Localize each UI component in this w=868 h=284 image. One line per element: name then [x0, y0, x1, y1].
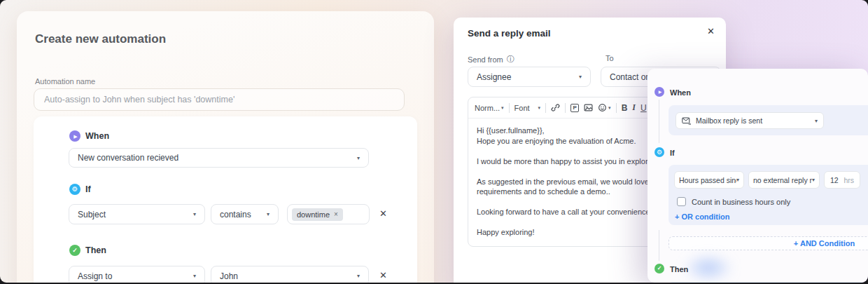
app-background: Create new automation Automation name ▶ …	[0, 0, 868, 283]
then-action-dropdown[interactable]: Assign to ▾	[69, 266, 205, 283]
chevron-down-icon: ▾	[812, 177, 815, 183]
when-trigger-value: Mailbox reply is sent	[696, 116, 762, 125]
underline-button[interactable]: U	[640, 103, 647, 113]
chevron-down-icon: ▾	[357, 155, 360, 161]
flow-connector-line	[659, 100, 659, 143]
add-and-condition-box[interactable]: + AND Condition	[668, 236, 868, 250]
bold-button[interactable]: B	[622, 103, 628, 113]
toolbar-divider	[616, 103, 617, 113]
automation-rules-panel: ▶ When New conversation recieved ▾ ⚙ If …	[34, 116, 417, 283]
image-icon[interactable]	[584, 103, 593, 112]
if-section-label: If	[85, 184, 91, 194]
highlight-glow	[684, 255, 733, 280]
business-hours-checkbox[interactable]	[677, 197, 686, 206]
when-section-label: When	[85, 131, 109, 141]
send-from-label: Send from ⓘ	[468, 54, 514, 65]
emoji-icon[interactable]: ▾	[598, 103, 611, 112]
if-field-dropdown[interactable]: Subject ▾	[69, 204, 205, 224]
send-from-dropdown[interactable]: Assignee ▾	[468, 67, 591, 87]
check-glyph: ✓	[657, 266, 662, 271]
tag-text: downtime	[297, 210, 330, 219]
chevron-down-icon: ▾	[267, 211, 270, 217]
chevron-down-icon: ▾	[501, 105, 504, 111]
send-from-text: Send from	[468, 55, 503, 64]
automation-name-label: Automation name	[35, 77, 95, 86]
toolbar-divider	[545, 103, 546, 113]
chevron-down-icon: ▾	[736, 177, 739, 183]
flow-connector-line	[659, 230, 659, 261]
if-section-label: If	[670, 149, 675, 157]
paragraph-style-dropdown[interactable]: Norm... ▾	[475, 104, 504, 112]
chevron-down-icon: ▾	[538, 105, 541, 111]
dialog-title: Send a reply email	[468, 28, 551, 39]
if-group-box: Hours passed since ▾ no external reply r…	[668, 165, 868, 225]
automation-name-input[interactable]	[34, 88, 405, 111]
hours-value: 12	[830, 176, 839, 184]
if-gear-icon: ⚙	[654, 147, 664, 157]
then-group-box	[667, 282, 868, 283]
if-gear-icon: ⚙	[69, 184, 80, 195]
automation-flow-panel: ▶ When Mailbox reply is sent ▾ ⚙ If Hour…	[648, 69, 868, 283]
info-icon[interactable]: ⓘ	[507, 54, 514, 65]
condition-field-value: Hours passed since	[679, 176, 736, 184]
play-glyph: ▶	[659, 90, 662, 94]
condition-field-dropdown[interactable]: Hours passed since ▾	[674, 171, 744, 189]
paragraph-style-value: Norm...	[475, 104, 500, 112]
when-play-icon: ▶	[654, 87, 664, 97]
chevron-down-icon: ▾	[193, 273, 196, 279]
then-value-dropdown[interactable]: John ▾	[211, 266, 369, 283]
add-and-condition-link[interactable]: + AND Condition	[794, 239, 855, 248]
send-from-value: Assignee	[477, 72, 511, 82]
condition-operator-value: no external reply r..	[753, 176, 812, 184]
then-section-label: Then	[85, 245, 106, 255]
when-trigger-dropdown[interactable]: Mailbox reply is sent ▾	[676, 112, 824, 129]
create-automation-panel: Create new automation Automation name ▶ …	[17, 11, 434, 283]
italic-button[interactable]: I	[632, 102, 636, 113]
if-operator-value: contains	[220, 210, 251, 219]
chevron-down-icon: ▾	[579, 74, 582, 80]
then-action-value: Assign to	[78, 271, 112, 281]
placeholder-icon[interactable]: P	[570, 104, 579, 112]
remove-tag-icon[interactable]: ×	[334, 210, 338, 218]
play-glyph: ▶	[74, 134, 77, 139]
chevron-down-icon: ▾	[608, 105, 611, 111]
then-check-icon: ✓	[654, 264, 664, 273]
when-section-label: When	[670, 88, 691, 97]
when-trigger-value: New conversation recieved	[78, 153, 178, 163]
chevron-down-icon: ▾	[815, 118, 818, 124]
chevron-down-icon: ▾	[357, 273, 360, 279]
toolbar-divider	[509, 103, 510, 113]
close-icon[interactable]: ✕	[707, 26, 715, 36]
gear-glyph: ⚙	[72, 186, 78, 193]
add-or-condition-link[interactable]: + OR condition	[675, 212, 730, 221]
when-play-icon: ▶	[69, 130, 80, 142]
font-value: Font	[514, 104, 530, 112]
if-value-input[interactable]: downtime ×	[287, 204, 370, 224]
if-operator-dropdown[interactable]: contains ▾	[211, 204, 279, 224]
hours-unit: hrs	[844, 176, 854, 184]
then-value: John	[220, 271, 238, 281]
when-group-box: Mailbox reply is sent ▾	[668, 105, 868, 135]
mail-sent-icon	[682, 117, 691, 125]
then-section-label: Then	[670, 265, 688, 273]
font-dropdown[interactable]: Font ▾	[514, 104, 541, 112]
chevron-down-icon: ▾	[193, 211, 196, 217]
toolbar-divider	[565, 103, 566, 113]
hours-input[interactable]: 12 hrs	[824, 171, 860, 189]
gear-glyph: ⚙	[657, 149, 662, 156]
business-hours-label: Count in business hours only	[692, 198, 790, 206]
when-trigger-dropdown[interactable]: New conversation recieved ▾	[69, 148, 369, 168]
remove-condition-button[interactable]: ✕	[379, 208, 387, 219]
remove-action-button[interactable]: ✕	[379, 270, 387, 280]
condition-operator-dropdown[interactable]: no external reply r.. ▾	[748, 171, 820, 189]
value-tag: downtime ×	[292, 208, 343, 221]
if-field-value: Subject	[78, 210, 106, 219]
then-check-icon: ✓	[69, 245, 80, 256]
check-glyph: ✓	[72, 248, 78, 254]
page-title: Create new automation	[35, 32, 166, 46]
to-label: To	[606, 54, 614, 62]
link-icon[interactable]	[551, 103, 560, 112]
